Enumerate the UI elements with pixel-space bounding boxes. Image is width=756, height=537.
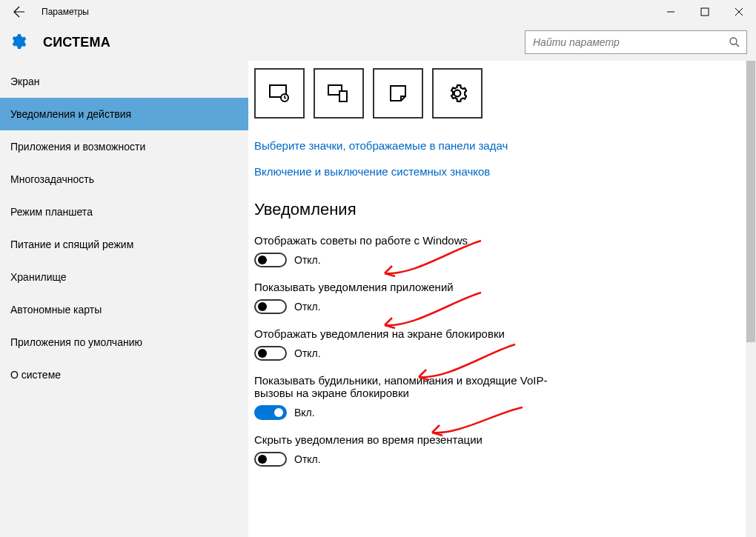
- sidebar-item-offline-maps[interactable]: Автономные карты: [0, 293, 248, 326]
- toggle-state: Откл.: [294, 347, 321, 359]
- search-box[interactable]: [525, 30, 747, 54]
- sidebar-item-about[interactable]: О системе: [0, 358, 248, 391]
- link-system-icons[interactable]: Включение и выключение системных значков: [254, 165, 750, 178]
- gear-icon: [9, 33, 27, 53]
- sidebar: Экран Уведомления и действия Приложения …: [0, 61, 248, 537]
- titlebar: Параметры: [0, 0, 756, 24]
- close-button[interactable]: [722, 0, 756, 24]
- sidebar-item-default-apps[interactable]: Приложения по умолчанию: [0, 326, 248, 358]
- window-controls: [654, 0, 756, 24]
- sidebar-item-display[interactable]: Экран: [0, 65, 248, 98]
- setting-lock-screen-notifications: Отображать уведомления на экране блокиро…: [254, 327, 750, 361]
- scrollbar-thumb[interactable]: [746, 61, 755, 342]
- toggle-state: Откл.: [294, 453, 321, 465]
- quick-action-settings[interactable]: [432, 68, 483, 119]
- sidebar-item-storage[interactable]: Хранилище: [0, 261, 248, 293]
- toggle-alarms-voip[interactable]: [254, 405, 287, 420]
- toggle-app-notifications[interactable]: [254, 299, 287, 314]
- sidebar-item-power[interactable]: Питание и спящий режим: [0, 228, 248, 261]
- header: СИСТЕМА: [0, 24, 756, 61]
- svg-rect-7: [339, 91, 347, 101]
- sidebar-item-tablet-mode[interactable]: Режим планшета: [0, 196, 248, 228]
- setting-label: Отображать уведомления на экране блокиро…: [254, 327, 566, 340]
- setting-label: Отображать советы по работе с Windows: [254, 234, 566, 247]
- setting-label: Скрыть уведомления во время презентации: [254, 433, 566, 446]
- quick-action-note[interactable]: [373, 68, 423, 119]
- header-title: СИСТЕМА: [27, 35, 525, 50]
- setting-alarms-voip: Показывать будильники, напоминания и вхо…: [254, 374, 750, 420]
- sidebar-item-notifications[interactable]: Уведомления и действия: [0, 98, 248, 130]
- setting-label: Показывать будильники, напоминания и вхо…: [254, 374, 566, 399]
- svg-point-2: [730, 38, 737, 44]
- toggle-tips[interactable]: [254, 253, 287, 267]
- scrollbar[interactable]: [746, 61, 756, 537]
- setting-label: Показывать уведомления приложений: [254, 281, 566, 293]
- quick-action-connect[interactable]: [314, 68, 364, 119]
- svg-line-3: [736, 44, 739, 47]
- quick-action-display[interactable]: [254, 68, 305, 119]
- back-button[interactable]: [9, 0, 30, 24]
- toggle-lock-screen-notifications[interactable]: [254, 346, 287, 361]
- minimize-button[interactable]: [654, 0, 688, 24]
- sidebar-item-multitasking[interactable]: Многозадачность: [0, 163, 248, 196]
- quick-action-icons: [254, 68, 750, 119]
- toggle-hide-presentation[interactable]: [254, 452, 287, 467]
- search-input[interactable]: [525, 36, 723, 48]
- toggle-state: Откл.: [294, 254, 321, 266]
- setting-hide-presentation: Скрыть уведомления во время презентации …: [254, 433, 750, 467]
- link-taskbar-icons[interactable]: Выберите значки, отображаемые в панели з…: [254, 139, 750, 152]
- setting-tips: Отображать советы по работе с Windows От…: [254, 234, 750, 267]
- toggle-state: Откл.: [294, 301, 321, 313]
- section-title-notifications: Уведомления: [254, 200, 750, 219]
- maximize-button[interactable]: [688, 0, 722, 24]
- sidebar-item-apps[interactable]: Приложения и возможности: [0, 130, 248, 163]
- content-panel: Выберите значки, отображаемые в панели з…: [248, 61, 756, 537]
- toggle-state: Вкл.: [294, 407, 315, 418]
- window-title: Параметры: [30, 7, 654, 17]
- setting-app-notifications: Показывать уведомления приложений Откл.: [254, 281, 750, 314]
- search-icon[interactable]: [723, 36, 746, 48]
- svg-rect-1: [701, 8, 709, 16]
